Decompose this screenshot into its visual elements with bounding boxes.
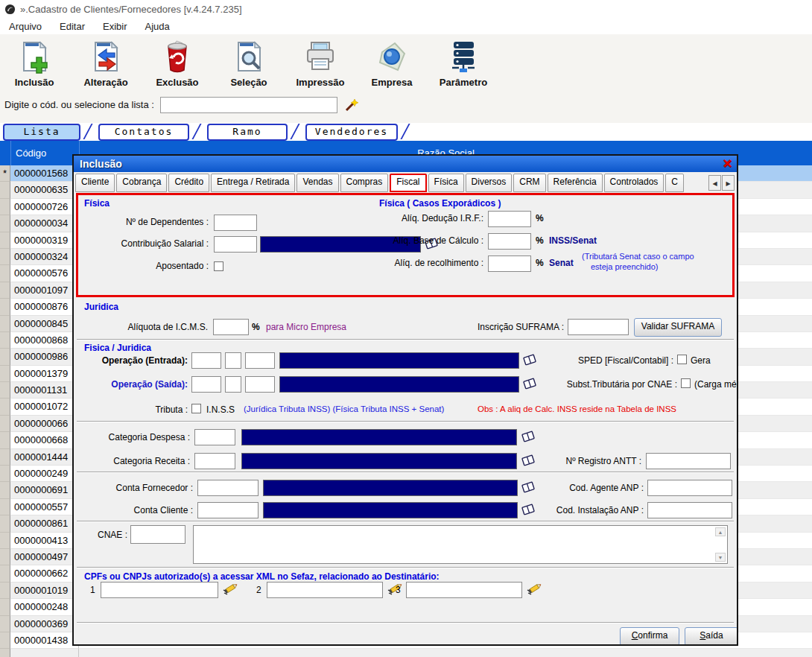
tab-ramo[interactable]: Ramo <box>207 124 288 141</box>
operacao-entrada-input-1[interactable] <box>191 352 221 369</box>
dialog-title-bar[interactable]: Inclusão ✕ <box>74 156 737 172</box>
operacao-entrada-input-2[interactable] <box>225 352 241 369</box>
dtab-controlados[interactable]: Controlados <box>604 174 664 192</box>
tab-lista[interactable]: Lista <box>3 124 80 141</box>
cnae-input[interactable] <box>130 525 185 544</box>
toolbar-exclusao[interactable]: Exclusão <box>148 37 207 88</box>
deducao-irf-input[interactable] <box>488 211 531 227</box>
row-selector[interactable]: * <box>0 165 10 182</box>
confirma-button[interactable]: Confirma <box>620 627 679 646</box>
toolbar-parametro[interactable]: Parâmetro <box>434 37 493 88</box>
instalacao-anp-input[interactable] <box>647 502 732 518</box>
icms-input[interactable] <box>213 319 249 335</box>
dtab-diversos[interactable]: Diversos <box>466 174 513 192</box>
row-selector[interactable] <box>0 565 10 582</box>
conta-cliente-input[interactable] <box>197 502 258 518</box>
menu-editar[interactable]: Editar <box>51 21 94 32</box>
validar-suframa-button[interactable]: Validar SUFRAMA <box>634 318 722 337</box>
aposentado-checkbox[interactable] <box>214 261 223 271</box>
cell-codigo[interactable]: 0000000557 <box>10 499 79 515</box>
cell-codigo[interactable]: 0000001097 <box>10 282 79 299</box>
saida-button[interactable]: Saída <box>685 627 738 646</box>
toolbar-selecao[interactable]: Seleção <box>219 37 279 88</box>
row-selector[interactable] <box>0 616 10 632</box>
dtab-cobranca[interactable]: Cobrança <box>116 174 167 192</box>
dtab-compras[interactable]: Compras <box>340 174 389 192</box>
cell-codigo[interactable]: 0000000034 <box>10 215 79 232</box>
agente-anp-input[interactable] <box>647 480 732 496</box>
toolbar-impressao[interactable]: Impressão <box>291 37 350 88</box>
book-icon[interactable] <box>521 430 536 446</box>
row-selector[interactable] <box>0 432 10 448</box>
pencil-edit-icon[interactable] <box>527 582 543 597</box>
contribuicao-input[interactable] <box>214 236 257 253</box>
registro-antt-input[interactable] <box>646 453 731 469</box>
row-selector[interactable] <box>0 232 10 249</box>
row-selector[interactable] <box>0 182 10 198</box>
cell-codigo[interactable]: 0000000576 <box>10 265 79 282</box>
sped-gera-checkbox[interactable] <box>677 355 687 364</box>
cell-codigo[interactable]: 0000001444 <box>10 449 79 466</box>
cell-codigo[interactable]: 0000001072 <box>10 399 79 415</box>
operacao-saida-input-1[interactable] <box>191 376 221 393</box>
row-selector[interactable] <box>0 299 10 315</box>
cell-codigo[interactable]: 0000000497 <box>10 549 79 565</box>
categoria-despesa-input[interactable] <box>194 429 235 445</box>
book-icon[interactable] <box>521 454 536 470</box>
cell-codigo[interactable]: 0000000249 <box>10 466 79 482</box>
dtab-fiscal[interactable]: Fiscal <box>390 174 426 192</box>
suframa-input[interactable] <box>568 319 629 335</box>
book-icon[interactable] <box>522 353 538 369</box>
dtab-fisica[interactable]: Física <box>428 174 464 192</box>
row-selector[interactable] <box>0 349 10 365</box>
tab-vendedores[interactable]: Vendedores <box>305 124 398 141</box>
row-selector[interactable] <box>0 482 10 498</box>
base-calculo-input[interactable] <box>488 233 531 250</box>
menu-exibir[interactable]: Exibir <box>94 21 136 32</box>
row-selector[interactable] <box>0 549 10 565</box>
cell-razao-social[interactable] <box>79 649 812 657</box>
toolbar-empresa[interactable]: Empresa <box>362 37 422 88</box>
tab-scroll-left-icon[interactable]: ◀ <box>708 175 721 191</box>
cell-codigo[interactable]: 0000001438 <box>10 632 79 649</box>
column-header-codigo[interactable]: Código <box>11 141 80 165</box>
operacao-saida-input-3[interactable] <box>245 376 275 393</box>
cell-codigo[interactable]: 0000001379 <box>10 366 79 382</box>
cell-codigo[interactable]: 0000000986 <box>10 349 79 365</box>
dtab-entrega-retirada[interactable]: Entrega / Retirada <box>211 174 295 192</box>
row-selector[interactable] <box>0 249 10 265</box>
operacao-saida-input-2[interactable] <box>225 376 241 393</box>
tab-scroll-right-icon[interactable]: ▶ <box>722 175 735 191</box>
conta-fornecedor-input[interactable] <box>197 480 258 496</box>
row-selector[interactable] <box>0 533 10 549</box>
cell-codigo[interactable]: 0000001019 <box>10 583 79 599</box>
row-selector[interactable] <box>0 399 10 415</box>
operacao-entrada-input-3[interactable] <box>245 352 275 369</box>
row-selector[interactable] <box>0 599 10 615</box>
cell-codigo[interactable]: 0000000662 <box>10 565 79 582</box>
cell-codigo[interactable]: 0000000668 <box>10 432 79 448</box>
dtab-referencia[interactable]: Referência <box>548 174 603 192</box>
cell-codigo[interactable]: 0000000369 <box>10 616 79 632</box>
dtab-crm[interactable]: CRM <box>513 174 545 192</box>
row-selector[interactable] <box>0 215 10 232</box>
row-selector[interactable] <box>0 282 10 299</box>
row-selector[interactable] <box>0 449 10 466</box>
cell-codigo[interactable]: 0000000868 <box>10 332 79 349</box>
cell-codigo[interactable]: 0000001131 <box>10 382 79 399</box>
tributa-inss-checkbox[interactable] <box>191 404 201 413</box>
close-icon[interactable]: ✕ <box>723 156 732 172</box>
cell-codigo[interactable]: 0000000861 <box>10 515 79 532</box>
menu-arquivo[interactable]: Arquivo <box>0 21 51 32</box>
cell-codigo[interactable]: 0000000066 <box>10 416 79 432</box>
tab-contatos[interactable]: Contatos <box>98 124 189 141</box>
cpf-input-2[interactable] <box>267 582 383 598</box>
cell-codigo[interactable]: 0000000413 <box>10 533 79 549</box>
cell-codigo[interactable]: 0000000876 <box>10 299 79 315</box>
cpf-input-3[interactable] <box>406 582 522 598</box>
subst-tributaria-checkbox[interactable] <box>681 378 691 388</box>
row-selector[interactable] <box>0 649 10 657</box>
toolbar-inclusao[interactable]: Inclusão <box>4 37 64 88</box>
row-selector[interactable] <box>0 583 10 599</box>
row-selector[interactable] <box>0 366 10 382</box>
